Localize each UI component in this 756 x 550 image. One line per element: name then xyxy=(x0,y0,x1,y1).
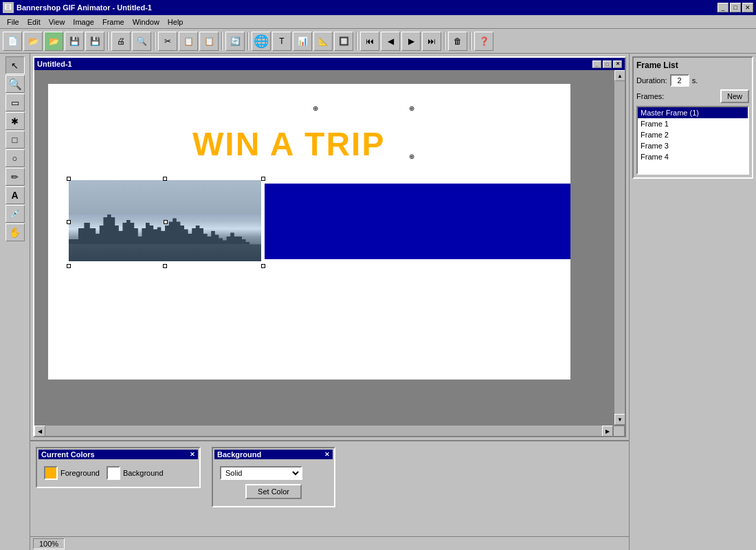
menu-image[interactable]: Image xyxy=(69,17,98,27)
toolbar-sep6 xyxy=(444,32,445,50)
tool-select[interactable]: ↖ xyxy=(5,56,25,74)
scroll-right-arrow[interactable]: ▶ xyxy=(602,426,613,437)
toolbar-cut[interactable]: ✂ xyxy=(158,32,177,51)
doc-title-bar: Untitled-1 _ □ ✕ xyxy=(34,58,625,70)
set-color-button[interactable]: Set Color xyxy=(245,484,302,499)
toolbar-frame-ops[interactable]: 🔲 xyxy=(334,32,353,51)
minimize-button[interactable]: _ xyxy=(718,3,729,12)
tool-rect-select[interactable]: ▭ xyxy=(5,94,25,111)
toolbar-select[interactable]: 📐 xyxy=(313,32,333,51)
toolbar-save[interactable]: 💾 xyxy=(65,32,84,51)
toolbar-text[interactable]: T xyxy=(272,32,291,51)
menu-file[interactable]: File xyxy=(3,17,23,27)
handle-ml xyxy=(67,220,71,224)
toolbar-new[interactable]: 📄 xyxy=(3,32,22,51)
frames-row: Frames: New xyxy=(636,89,749,103)
scroll-track-v[interactable] xyxy=(614,81,625,414)
app-icon: 🎞 xyxy=(3,2,14,13)
handle-tm xyxy=(163,177,167,181)
maximize-button[interactable]: □ xyxy=(730,3,741,12)
toolbar-web[interactable]: 🌐 xyxy=(252,32,271,51)
toolbar-last[interactable]: ⏭ xyxy=(422,32,441,51)
win-a-trip-text[interactable]: WIN A TRIP xyxy=(192,125,385,163)
fg-container: Foreground xyxy=(44,466,100,480)
duration-input[interactable] xyxy=(670,74,689,87)
menu-edit[interactable]: Edit xyxy=(23,17,45,27)
toolbar-refresh[interactable]: 🔄 xyxy=(225,32,245,51)
toolbar-play[interactable]: ▶ xyxy=(401,32,421,51)
tool-rect[interactable]: □ xyxy=(5,131,25,148)
colors-content: Foreground Background xyxy=(38,463,198,485)
doc-window: Untitled-1 _ □ ✕ WIN A TRIP xyxy=(33,56,626,437)
scroll-track-h[interactable] xyxy=(45,426,602,436)
frame-item-1[interactable]: Frame 1 xyxy=(638,118,748,129)
scroll-down-arrow[interactable]: ▼ xyxy=(614,414,625,425)
menu-window[interactable]: Window xyxy=(129,17,164,27)
frame-list-panel: Frame List Duration: s. Frames: New Mast… xyxy=(629,54,756,550)
doc-title-controls: _ □ ✕ xyxy=(592,60,622,68)
bottom-panel: Current Colors ✕ Foreground Background xyxy=(30,440,629,536)
bg-label: Background xyxy=(123,469,164,477)
frame-item-2[interactable]: Frame 2 xyxy=(638,129,748,140)
toolbar-sep4 xyxy=(247,32,249,50)
toolbar-prev[interactable]: ◀ xyxy=(381,32,400,51)
doc-minimize[interactable]: _ xyxy=(592,60,601,68)
toolbar-save2[interactable]: 💾 xyxy=(85,32,104,51)
toolbar-preview[interactable]: 🔍 xyxy=(132,32,151,51)
canvas-container: Untitled-1 _ □ ✕ WIN A TRIP xyxy=(30,54,629,550)
tool-pencil[interactable]: ✏ xyxy=(5,168,25,186)
duration-unit: s. xyxy=(692,76,698,85)
scroll-left-arrow[interactable]: ◀ xyxy=(34,426,45,437)
new-frame-button[interactable]: New xyxy=(720,89,749,103)
doc-maximize[interactable]: □ xyxy=(603,60,612,68)
toolbar-open2[interactable]: 📂 xyxy=(44,32,63,51)
toolbar-paste[interactable]: 📋 xyxy=(199,32,219,51)
duration-row: Duration: s. xyxy=(636,74,749,87)
toolbar-sep1 xyxy=(107,32,109,50)
toolbar-chart[interactable]: 📊 xyxy=(293,32,312,51)
menu-help[interactable]: Help xyxy=(164,17,188,27)
bg-type-select[interactable]: Solid Gradient Pattern xyxy=(220,466,302,480)
bottom-scrollbar: ◀ ▶ xyxy=(34,425,625,436)
toolbar-open[interactable]: 📂 xyxy=(23,32,43,51)
current-colors-panel: Current Colors ✕ Foreground Background xyxy=(36,447,201,488)
right-scrollbar: ▲ ▼ xyxy=(614,70,625,425)
frame-item-3[interactable]: Frame 3 xyxy=(638,140,748,151)
bg-title: Background xyxy=(217,450,261,459)
frame-list-title: Frame List xyxy=(636,60,749,70)
toolbar-print[interactable]: 🖨 xyxy=(111,32,131,51)
frame-item-master[interactable]: Master Frame (1) xyxy=(638,107,748,118)
bg-close-icon[interactable]: ✕ xyxy=(324,451,330,458)
canvas-inner[interactable]: WIN A TRIP xyxy=(34,70,614,425)
colors-title: Current Colors xyxy=(41,450,95,459)
fg-label: Foreground xyxy=(60,469,100,477)
doc-close[interactable]: ✕ xyxy=(613,60,622,68)
city-water xyxy=(69,244,261,261)
foreground-swatch[interactable] xyxy=(44,466,58,480)
blue-rectangle[interactable] xyxy=(265,184,570,259)
tool-hand[interactable]: ✋ xyxy=(5,223,25,241)
city-sky xyxy=(69,180,261,214)
close-button[interactable]: ✕ xyxy=(742,3,753,12)
tool-text[interactable]: A xyxy=(5,186,25,204)
app-title-bar: 🎞 Bannershop GIF Animator - Untitled-1 _… xyxy=(0,0,756,15)
toolbar-delete[interactable]: 🗑 xyxy=(448,32,467,51)
handle-mm xyxy=(164,220,168,224)
toolbar-copy[interactable]: 📋 xyxy=(179,32,198,51)
tool-ellipse[interactable]: ○ xyxy=(5,149,25,167)
toolbar-first[interactable]: ⏮ xyxy=(360,32,379,51)
menu-bar: File Edit View Image Frame Window Help xyxy=(0,15,756,29)
tool-eyedropper[interactable]: 💉 xyxy=(5,205,25,223)
scroll-up-arrow[interactable]: ▲ xyxy=(614,70,625,81)
main-area: ↖ 🔍 ▭ ✱ □ ○ ✏ A 💉 ✋ Untitled-1 _ □ ✕ xyxy=(0,54,756,550)
toolbar-sep2 xyxy=(154,32,155,50)
tool-lasso[interactable]: ✱ xyxy=(5,112,25,130)
menu-view[interactable]: View xyxy=(45,17,69,27)
tool-zoom[interactable]: 🔍 xyxy=(5,75,25,93)
toolbar-help[interactable]: ❓ xyxy=(474,32,493,51)
background-swatch[interactable] xyxy=(107,466,120,480)
menu-frame[interactable]: Frame xyxy=(98,17,129,27)
toolbar-sep3 xyxy=(221,32,223,50)
colors-close-icon[interactable]: ✕ xyxy=(190,451,195,458)
frame-item-4[interactable]: Frame 4 xyxy=(638,151,748,162)
